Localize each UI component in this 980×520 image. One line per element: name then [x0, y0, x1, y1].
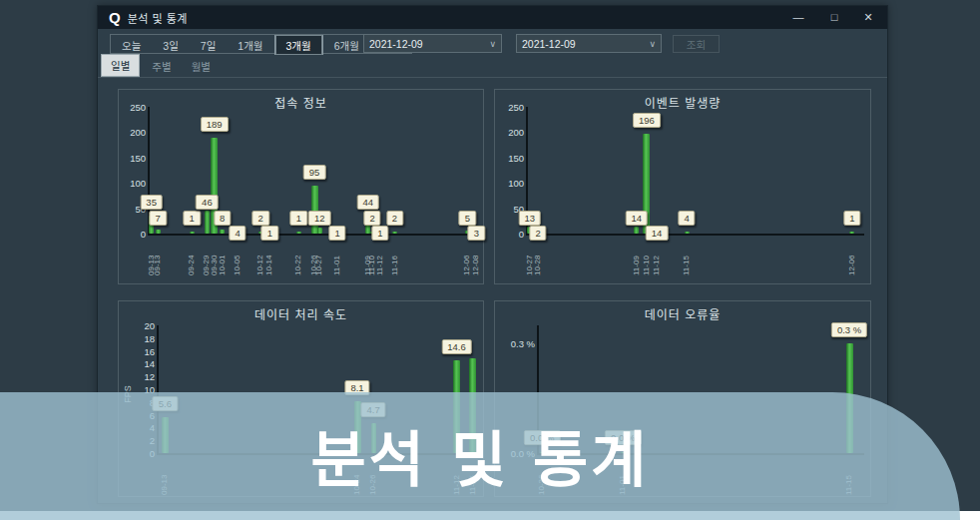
x-tick-label: 10-28: [533, 240, 542, 275]
bar-value-label: 2: [529, 226, 546, 241]
bar-value-label: 4: [229, 226, 245, 241]
bar-value-label: 3: [468, 226, 485, 241]
bar-value-label: 12: [308, 211, 331, 226]
bar-value-label: 2: [252, 211, 269, 226]
x-tick-label: 10-22: [293, 240, 302, 275]
bar-value-label: 2: [363, 211, 380, 226]
x-tick-label: 11-09: [632, 240, 641, 275]
bar-value-label: 1: [290, 211, 307, 226]
x-tick-label: 09-13: [153, 240, 162, 275]
x-tick-label: 11-12: [652, 240, 661, 275]
app-logo-icon: Q: [109, 10, 121, 25]
x-tick-label: 11-01: [332, 240, 341, 275]
bar-value-label: 1: [371, 226, 388, 241]
bar: [190, 232, 195, 234]
bar-value-label: 46: [196, 195, 219, 210]
chart-title: 이벤트 발생량: [495, 94, 870, 111]
y-tick-label: 100: [116, 179, 146, 188]
x-tick-label: 11-10: [642, 240, 651, 275]
x-tick-label: 11-16: [390, 240, 399, 275]
maximize-button[interactable]: □: [819, 6, 849, 29]
bar: [296, 232, 301, 234]
bar-value-label: 13: [518, 211, 541, 226]
x-axis: [526, 234, 864, 236]
y-tick-label: 100: [494, 179, 524, 188]
y-tick-label: 150: [494, 154, 524, 163]
bar-value-label: 44: [356, 195, 379, 210]
chart-panel-event-volume: 이벤트 발생량2502001501005001310-27210-281411-…: [494, 89, 871, 284]
range-button-1[interactable]: 3일: [152, 35, 190, 55]
y-tick-label: 18: [125, 334, 155, 343]
chevron-down-icon: ∨: [649, 39, 656, 49]
bar-value-label: 5: [459, 211, 476, 226]
x-tick-label: 10-01: [218, 240, 227, 275]
y-tick-label: 250: [494, 103, 524, 112]
screenshot-stage: Q 분석 및 통계 — □ ✕ 오늘3일7일1개월3개월6개월기간 2021-1…: [0, 0, 980, 520]
bar-value-label: 0.3 %: [831, 322, 867, 337]
y-tick-label: 20: [125, 321, 155, 330]
y-tick-label: 16: [125, 347, 155, 356]
y-tick-label: 200: [116, 128, 146, 137]
bar: [311, 186, 318, 234]
watermark-banner: 분석 및 통계: [0, 392, 960, 520]
bar: [392, 232, 397, 234]
bar: [220, 230, 225, 234]
range-button-4[interactable]: 3개월: [274, 35, 323, 55]
bar: [205, 211, 210, 234]
tab-0[interactable]: 일별: [101, 54, 140, 77]
bar-value-label: 189: [201, 117, 229, 132]
bar-value-label: 1: [184, 211, 201, 226]
y-tick-label: 0: [116, 230, 146, 239]
search-button[interactable]: 조회: [673, 35, 720, 53]
bar-value-label: 4: [678, 211, 695, 226]
y-tick-label: 0: [494, 230, 524, 239]
date-from-select[interactable]: 2021-12-09 ∨: [363, 34, 502, 53]
x-tick-label: 12-08: [471, 240, 480, 275]
y-tick-label: 0.3 %: [505, 339, 535, 348]
date-from-value: 2021-12-09: [369, 38, 423, 50]
bar: [156, 230, 161, 234]
bar-value-label: 1: [261, 226, 278, 241]
x-tick-label: 10-27: [314, 240, 323, 275]
title-bar: Q 분석 및 통계: [98, 6, 887, 29]
chevron-down-icon: ∨: [489, 39, 496, 49]
range-button-0[interactable]: 오늘: [111, 35, 152, 55]
bar: [634, 227, 639, 234]
date-to-select[interactable]: 2021-12-09 ∨: [516, 34, 662, 53]
chart-title: 데이터 처리 속도: [119, 305, 483, 322]
toolbar: 오늘3일7일1개월3개월6개월기간 2021-12-09 ∨ ~ 2021-12…: [98, 32, 887, 56]
chart-panel-connection-info: 접속 정보2502001501005003509-13709-13109-244…: [118, 89, 484, 284]
bar-value-label: 1: [328, 226, 345, 241]
y-tick-label: 200: [494, 128, 524, 137]
y-tick-label: 150: [116, 154, 146, 163]
bar-value-label: 14: [646, 226, 669, 241]
bar-value-label: 7: [150, 211, 167, 226]
period-tabs: 일별주별월별: [101, 55, 223, 77]
minimize-button[interactable]: —: [783, 6, 813, 29]
bar: [849, 232, 854, 234]
tab-2[interactable]: 월별: [184, 56, 219, 77]
x-tick-label: 10-05: [233, 240, 242, 275]
x-tick-label: 11-15: [682, 240, 691, 275]
x-tick-label: 10-14: [264, 240, 273, 275]
x-tick-label: 10-12: [255, 240, 264, 275]
tab-1[interactable]: 주별: [144, 56, 179, 77]
bar: [685, 232, 690, 234]
tabs-divider: [98, 77, 887, 78]
bar: [317, 228, 322, 234]
y-tick-label: 12: [125, 372, 155, 381]
close-button[interactable]: ✕: [853, 6, 883, 29]
bar-value-label: 95: [303, 165, 326, 180]
range-button-3[interactable]: 1개월: [227, 35, 273, 55]
bar-value-label: 14: [626, 211, 649, 226]
bar-value-label: 1: [843, 211, 860, 226]
bar-value-label: 35: [140, 195, 163, 210]
bar-value-label: 14.6: [441, 339, 472, 354]
x-tick-label: 12-06: [847, 240, 856, 275]
bar-value-label: 2: [386, 211, 403, 226]
y-tick-label: 250: [116, 103, 146, 112]
watermark-title: 분석 및 통계: [0, 411, 960, 498]
chart-title: 데이터 오류율: [495, 305, 870, 322]
range-button-2[interactable]: 7일: [190, 35, 228, 55]
x-axis: [148, 234, 481, 236]
